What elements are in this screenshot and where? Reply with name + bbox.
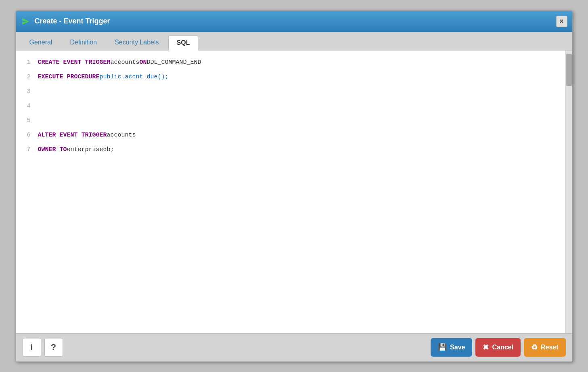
reset-button[interactable]: ♻ Reset [524,338,566,357]
code-line [36,99,565,113]
code-area[interactable]: CREATE EVENT TRIGGER accounts ON DDL_COM… [36,50,565,333]
close-button[interactable]: × [556,16,567,27]
reset-label: Reset [541,344,559,351]
tab-bar: General Definition Security Labels SQL [16,32,572,50]
scrollbar[interactable] [565,50,572,333]
line-number: 4 [19,99,33,113]
code-token: accounts [111,55,140,70]
cancel-button[interactable]: ✖ Cancel [475,338,520,357]
code-token: enterprisedb; [67,143,114,157]
code-line: CREATE EVENT TRIGGER accounts ON DDL_COM… [36,55,565,70]
code-line [36,113,565,128]
pgadmin-icon [21,17,31,26]
content-area: 1234567 CREATE EVENT TRIGGER accounts ON… [16,50,572,333]
code-token: ON [140,55,147,70]
footer-right: 💾 Save ✖ Cancel ♻ Reset [431,338,565,357]
code-token: accounts [107,128,136,143]
line-number: 7 [19,143,33,157]
help-button[interactable]: ? [44,338,63,357]
tab-definition[interactable]: Definition [61,35,105,50]
line-number: 3 [19,84,33,99]
info-button[interactable]: i [23,338,41,357]
code-line: EXECUTE PROCEDURE public.accnt_due(); [36,70,565,84]
code-token: OWNER TO [38,143,67,157]
svg-marker-0 [22,18,29,25]
code-line [36,84,565,99]
line-number: 1 [19,55,33,70]
sql-editor: 1234567 CREATE EVENT TRIGGER accounts ON… [16,50,572,333]
line-numbers: 1234567 [16,50,36,333]
save-button[interactable]: 💾 Save [431,338,472,357]
line-number: 5 [19,113,33,128]
tab-general[interactable]: General [21,35,61,50]
title-bar-left: Create - Event Trigger [21,17,110,26]
reset-icon: ♻ [531,343,538,352]
tab-sql[interactable]: SQL [168,36,199,50]
code-token: EXECUTE PROCEDURE [38,70,100,84]
title-bar: Create - Event Trigger × [16,11,572,32]
line-number: 6 [19,128,33,143]
save-icon: 💾 [438,343,447,352]
code-line: ALTER EVENT TRIGGER accounts [36,128,565,143]
scrollbar-thumb[interactable] [566,54,572,86]
line-number: 2 [19,70,33,84]
save-label: Save [450,344,465,351]
code-token: CREATE EVENT TRIGGER [38,55,111,70]
dialog: Create - Event Trigger × General Definit… [16,11,573,362]
footer: i ? 💾 Save ✖ Cancel ♻ Reset [16,333,572,361]
code-line: OWNER TO enterprisedb; [36,143,565,157]
code-token: DDL_COMMAND_END [147,55,201,70]
code-token: ALTER EVENT TRIGGER [38,128,107,143]
tab-security-labels[interactable]: Security Labels [106,35,167,50]
cancel-label: Cancel [492,344,513,351]
dialog-title: Create - Event Trigger [35,17,110,25]
code-token: public.accnt_due(); [100,70,169,84]
footer-left: i ? [23,338,63,357]
cancel-icon: ✖ [483,343,489,352]
